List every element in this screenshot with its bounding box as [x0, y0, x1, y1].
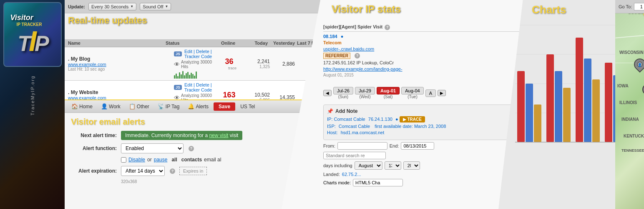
map-label-iowa: IOWA	[617, 84, 629, 88]
spider-help-icon[interactable]: ?	[385, 25, 390, 30]
date-btn-aug04[interactable]: Aug-04 (Tue)	[401, 87, 423, 99]
nav-work[interactable]: 👤 Work	[98, 102, 124, 111]
help-icon-1[interactable]: ?	[189, 146, 194, 151]
host-value: hsd1.ma.comcast.net	[341, 130, 385, 135]
referrer-help-icon[interactable]: ?	[355, 53, 360, 59]
nav-home[interactable]: 🏠 Home	[68, 102, 96, 111]
goto-input[interactable]	[634, 3, 644, 10]
visitor-alerts-section: Visitor email alerts Next alert time: Im…	[65, 113, 315, 209]
resolution-text: 320x368	[121, 179, 309, 184]
disable-checkbox[interactable]	[121, 157, 126, 163]
main-container: Visitor IP TRACKER TIP TraceMyIP.org Upd…	[0, 0, 644, 209]
table-headers: Name Status Online Today Yesterday Last …	[65, 39, 323, 47]
tracker-code-link-2[interactable]: Tracker Code	[184, 87, 212, 92]
edit-link-2[interactable]: Edit	[184, 82, 192, 87]
site-url-1[interactable]: www.example.com	[68, 62, 174, 67]
next-alert-value: Immediate. Currently monitoring for a ne…	[121, 131, 242, 140]
expiry-select[interactable]: After 14 days	[121, 166, 165, 176]
manage-links-1: Edit | Delete | Tracker Code	[184, 49, 220, 59]
save-button[interactable]: Save	[214, 102, 235, 111]
nav-iptag[interactable]: 📡 IP Tag	[154, 102, 183, 111]
ip-lookup-icon[interactable]: ●	[395, 117, 398, 122]
map-label-tennessee: TENNESSEE	[621, 148, 644, 153]
expires-dashed: Expires in	[179, 167, 207, 175]
month-select[interactable]: August	[355, 161, 382, 170]
panel-realtime: Update: Every 30 Seconds Sound Off Real-…	[65, 0, 323, 209]
search-input[interactable]	[323, 152, 386, 159]
nav-other[interactable]: 📋 Other	[126, 102, 153, 111]
date-next-arrow[interactable]: ▶	[438, 90, 446, 96]
goto-label: Go To:	[619, 4, 632, 9]
next-alert-row: Next alert time: Immediate. Currently mo…	[71, 131, 309, 140]
date-btn-aug01-active[interactable]: Aug-01 (Sat)	[377, 87, 400, 99]
site-status-1: JS Edit | Delete | Tracker Code 👁 Analyz…	[174, 49, 220, 79]
charts-mode-input[interactable]	[353, 179, 403, 186]
ip-full-row: IP: Comcast Cable 76.24.1.130 ● ▶ TRACE	[327, 116, 530, 122]
ip-full: Comcast Cable	[334, 117, 365, 122]
disable-link[interactable]: Disable	[128, 157, 145, 163]
site-info-1: . My Blog www.example.com Last Hit: 10 s…	[68, 56, 174, 71]
sound-dropdown[interactable]: Sound Off	[140, 3, 171, 10]
isp-detail-row: ISP: Comcast Cable first available date:…	[327, 124, 530, 129]
table-row: . My Blog www.example.com Last Hit: 10 s…	[65, 47, 323, 81]
realtime-title-area: Real-time updates	[65, 13, 323, 28]
referrer-url[interactable]: http://www.example.com/landing-page-	[323, 66, 402, 71]
date-btn-jul29[interactable]: Jul-29 (Wed)	[355, 87, 375, 99]
tracemyip-label: TraceMyIP.org	[30, 75, 35, 115]
alert-function-select[interactable]: Enabled	[121, 143, 184, 153]
map-label-kentucky: KENTUCKY	[624, 134, 644, 138]
map-pin-3[interactable]	[640, 81, 644, 98]
referrer-ip: 172.245.91.162 IP Lookup, ColoCr	[323, 60, 394, 65]
ipstats-title: Visitor IP stats	[332, 3, 401, 15]
ip-address-partial: 08.184	[323, 34, 337, 39]
delete-link-1[interactable]: Delete	[196, 49, 209, 54]
ip-info-icon[interactable]: ●	[341, 34, 344, 39]
panel-ipstats: Visitor IP stats [spider][Agent] Spider …	[282, 0, 540, 209]
end-input[interactable]	[401, 142, 434, 150]
from-input[interactable]	[337, 142, 387, 150]
date-btn-jul26[interactable]: Jul-26 (Sun)	[333, 87, 353, 99]
map-label-wisconsin: WISCONSIN	[619, 50, 644, 55]
isp-name: Telecom	[323, 40, 342, 45]
logo-tip: TIP	[18, 25, 47, 57]
year-select[interactable]: 20	[403, 161, 420, 170]
spider-url[interactable]: uspider-.crawl.baidu.com	[323, 46, 374, 51]
bar-red-3	[576, 38, 583, 142]
add-note-title: 📌 Add Note	[327, 108, 530, 114]
expiration-row: Alert expiration: After 14 days ? Expire…	[71, 166, 309, 176]
map-label-indiana: INDIANA	[621, 117, 639, 122]
nav-ustel[interactable]: US Tel	[237, 102, 258, 111]
spider-url-row: uspider-.crawl.baidu.com	[323, 46, 534, 51]
nav-alerts[interactable]: 🔔 Alerts	[184, 102, 212, 111]
disable-check-row: Disable or pause all contacts email al	[121, 157, 221, 163]
delete-link-2[interactable]: Delete	[196, 82, 209, 87]
pause-link[interactable]: pause	[154, 157, 168, 163]
update-interval-dropdown[interactable]: Every 30 Seconds	[88, 3, 136, 10]
work-icon: 👤	[101, 103, 108, 110]
new-visit-link[interactable]: new visit	[209, 133, 228, 138]
note-icon: 📌	[327, 108, 333, 114]
col-today: Today	[241, 41, 268, 46]
map-pin-1[interactable]: 👤	[631, 56, 644, 73]
bar-red-1	[517, 71, 525, 142]
online-count-2: 163	[220, 91, 239, 99]
alerts-title: Visitor email alerts	[71, 117, 309, 127]
help-icon-2[interactable]: ?	[170, 168, 175, 174]
date-prev-arrow[interactable]: ◀	[323, 90, 332, 96]
nav-bar: 🏠 Home 👤 Work 📋 Other 📡 IP Tag 🔔	[65, 99, 315, 113]
tracker-code-link-1[interactable]: Tracker Code	[184, 54, 212, 59]
landed-value: 62.75.2...	[342, 172, 361, 177]
today-cell-1: 2,241 1,325	[245, 59, 270, 69]
map-road-1	[615, 29, 644, 38]
trace-button[interactable]: ▶ TRACE	[400, 116, 425, 122]
host-row: Host: hsd1.ma.comcast.net	[327, 130, 530, 135]
date-label-1: August 01, 2015	[323, 73, 354, 77]
isp-value: Comcast Cable	[339, 124, 370, 129]
map-label-illinois: ILLINOIS	[619, 100, 637, 105]
logo-visitor-text: Visitor	[10, 14, 33, 21]
date-btn-a[interactable]: A	[425, 89, 436, 97]
expiration-label: Alert expiration:	[71, 168, 117, 174]
map-background: WISCONSIN IOWA ILLINOIS INDIANA KENTUCKY…	[615, 0, 644, 209]
edit-link-1[interactable]: Edit	[184, 49, 192, 54]
day-select[interactable]: 13	[385, 161, 401, 170]
